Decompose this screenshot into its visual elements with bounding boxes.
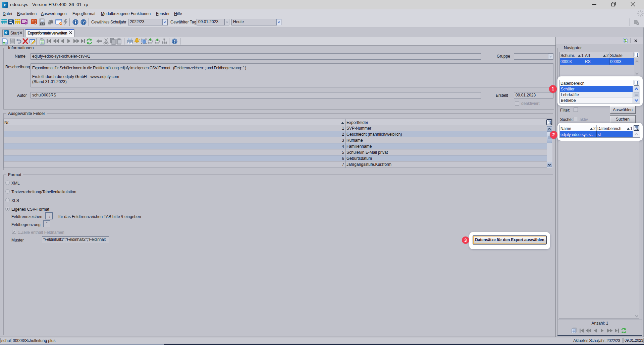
svg-text:?: ?: [83, 20, 85, 24]
svg-text:?: ?: [173, 40, 175, 44]
